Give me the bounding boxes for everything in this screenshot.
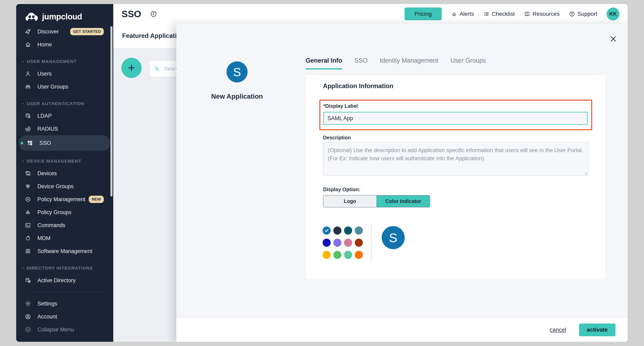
sidebar-item-label: RADIUS [38, 126, 58, 132]
sidebar-item-devices[interactable]: Devices [16, 167, 113, 180]
close-icon[interactable] [609, 35, 618, 43]
jumpcloud-logo: jumpcloud [16, 4, 113, 22]
sidebar-item-policy-management[interactable]: Policy Management NEW [16, 193, 113, 206]
color-preview-circle: S [382, 226, 405, 249]
sidebar-item-label: Settings [38, 301, 57, 307]
pricing-button[interactable]: Pricing [404, 8, 442, 20]
sidebar-item-device-groups[interactable]: Device Groups [16, 180, 113, 193]
add-application-button[interactable] [121, 58, 142, 78]
tab-sso[interactable]: SSO [354, 57, 368, 70]
sidebar-item-active-directory[interactable]: Active Directory [16, 274, 113, 287]
chevron-down-icon [21, 102, 25, 106]
sidebar-item-user-groups[interactable]: User Groups [16, 80, 113, 93]
sidebar-scrollbar[interactable] [110, 26, 112, 197]
sidebar-item-label: User Groups [38, 84, 68, 90]
sidebar-item-account[interactable]: Account [16, 310, 113, 323]
cancel-button[interactable]: cancel [550, 326, 566, 333]
display-option-toggle: Logo Color Indicator [323, 195, 430, 208]
sidebar-item-settings[interactable]: Settings [16, 297, 113, 310]
sidebar-section-directory-integrations[interactable]: DIRECTORY INTEGRATIONS [16, 263, 113, 274]
new-badge: NEW [89, 196, 104, 203]
sidebar-item-label: Account [38, 314, 57, 320]
sidebar-item-label: Policy Management [38, 196, 85, 203]
sidebar-item-commands[interactable]: Commands [16, 219, 113, 232]
color-swatch[interactable] [333, 227, 342, 235]
color-swatch[interactable] [355, 227, 363, 235]
sidebar-nav: Discover GET STARTED Home USER MANAGEMEN… [16, 25, 113, 336]
sidebar-section-device-management[interactable]: DEVICE MANAGEMENT [16, 155, 113, 167]
sidebar: jumpcloud Discover GET STARTED Home [16, 4, 113, 342]
app-name: New Application [196, 93, 278, 100]
info-icon[interactable] [150, 11, 157, 18]
home-icon [25, 42, 31, 48]
checklist-button[interactable]: Checklist [483, 11, 515, 17]
check-icon [324, 228, 329, 233]
active-indicator-dot [21, 142, 23, 144]
top-header: SSO Pricing Alerts Checklist [113, 4, 628, 24]
color-swatch[interactable] [355, 239, 363, 247]
sidebar-item-label: Active Directory [38, 277, 76, 284]
tab-user-groups[interactable]: User Groups [450, 57, 486, 70]
color-swatch[interactable] [333, 239, 342, 247]
tab-general-info[interactable]: General Info [306, 57, 342, 70]
sidebar-item-collapse-menu[interactable]: Collapse Menu [16, 323, 113, 336]
chevron-down-icon [21, 159, 25, 163]
display-label-highlight: *Display Label [319, 100, 592, 130]
avatar[interactable]: KK [606, 8, 620, 21]
jumpcloud-cloud-icon [24, 12, 39, 22]
new-application-panel: S New Application General Info SSO Ident… [176, 24, 628, 342]
resources-button[interactable]: Resources [524, 11, 560, 17]
plus-icon [127, 63, 136, 73]
venn-icon [25, 183, 31, 190]
color-swatch[interactable] [322, 251, 331, 259]
person-circle-icon [25, 314, 31, 320]
sidebar-item-home[interactable]: Home [16, 38, 113, 51]
sidebar-item-discover[interactable]: Discover GET STARTED [16, 25, 113, 38]
cluster-icon [25, 209, 31, 215]
rocket-icon [25, 29, 31, 35]
database-windows-icon [25, 277, 31, 283]
activate-button[interactable]: activate [579, 323, 616, 336]
support-button[interactable]: Support [569, 11, 597, 17]
jumpcloud-logo-text: jumpcloud [42, 12, 82, 21]
description-textarea[interactable] [323, 142, 588, 176]
sidebar-item-label: Collapse Menu [38, 326, 74, 333]
app-identity: S New Application [196, 61, 278, 100]
sidebar-item-label: Policy Groups [38, 209, 72, 216]
sidebar-item-policy-groups[interactable]: Policy Groups [16, 206, 113, 219]
color-swatch-grid [322, 227, 363, 259]
swatch-preview-divider [371, 224, 372, 262]
book-icon [524, 11, 530, 17]
tab-identity-management[interactable]: Identity Management [380, 57, 438, 70]
sidebar-item-label: Software Management [38, 248, 92, 254]
checklist-icon [483, 11, 489, 17]
sidebar-item-software-management[interactable]: Software Management [16, 245, 113, 258]
alerts-button[interactable]: Alerts [451, 11, 474, 17]
sidebar-item-sso[interactable]: SSO [18, 135, 110, 151]
sidebar-item-label: Home [38, 42, 52, 48]
color-swatch[interactable] [344, 251, 352, 259]
color-swatch[interactable] [322, 239, 331, 247]
color-swatch[interactable] [344, 227, 352, 235]
app-window: jumpcloud Discover GET STARTED Home [16, 4, 628, 342]
sidebar-item-label: MDM [38, 235, 50, 241]
logo-option[interactable]: Logo [324, 196, 377, 207]
sidebar-item-label: SSO [40, 140, 51, 146]
display-label-input[interactable] [323, 112, 588, 125]
sidebar-section-user-authentication[interactable]: USER AUTHENTICATION [16, 98, 113, 109]
sidebar-item-label: Users [38, 71, 52, 77]
color-swatch-selected[interactable] [322, 227, 331, 235]
sidebar-item-ldap[interactable]: LDAP [16, 109, 113, 122]
laptop-grid-icon [25, 248, 31, 254]
get-started-badge: GET STARTED [70, 28, 104, 35]
color-swatch[interactable] [333, 251, 342, 259]
color-swatch[interactable] [355, 251, 363, 259]
sidebar-section-user-management[interactable]: USER MANAGEMENT [16, 56, 113, 67]
color-indicator-option[interactable]: Color Indicator [377, 196, 430, 207]
radar-icon [25, 126, 31, 132]
gear-icon [25, 301, 31, 307]
color-swatch[interactable] [344, 239, 352, 247]
sidebar-item-mdm[interactable]: MDM [16, 232, 113, 245]
sidebar-item-radius[interactable]: RADIUS [16, 122, 113, 135]
sidebar-item-users[interactable]: Users [16, 67, 113, 80]
